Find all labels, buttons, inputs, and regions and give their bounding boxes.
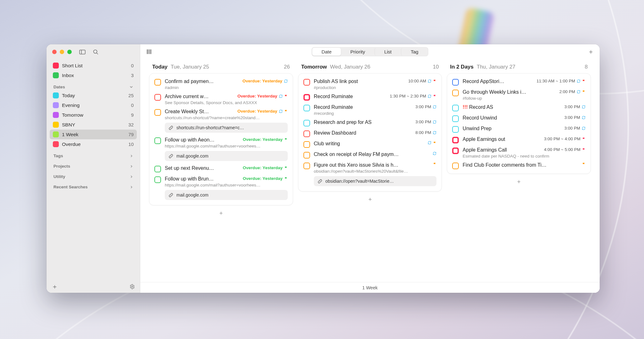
segment-tag[interactable]: Tag xyxy=(401,48,428,56)
sidebar-item-today[interactable]: Today25 xyxy=(50,91,137,100)
task-checkbox[interactable] xyxy=(154,176,161,183)
task-checkbox[interactable] xyxy=(154,94,161,101)
task-row[interactable]: Find Club Footer comments from Ti… xyxy=(449,160,589,171)
task-row[interactable]: Apple Earnings Call4:00 PM ~ 5:00 PMEsim… xyxy=(449,145,589,160)
column-add-button[interactable]: ＋ xyxy=(149,205,293,218)
task-meta: Overdue: Yesterday xyxy=(242,79,288,83)
task-checkbox[interactable] xyxy=(303,120,310,126)
task-row[interactable]: Create Weekly St…Overdue: Yesterdayshort… xyxy=(151,107,291,135)
task-row[interactable]: Review Dashboard8:00 PM xyxy=(300,128,440,139)
view-segmented-control[interactable]: DatePriorityListTag xyxy=(312,47,429,56)
task-row[interactable]: Figure out this Xero issue Silvia is h…o… xyxy=(300,160,440,189)
task-row[interactable]: Apple Earnings out3:00 PM ~ 4:00 PM xyxy=(449,135,589,145)
task-checkbox[interactable] xyxy=(303,105,310,111)
sidebar-item-evening[interactable]: Evening0 xyxy=(50,100,137,110)
task-checkbox[interactable] xyxy=(452,137,459,143)
task-row[interactable]: Record Ruminate1:30 PM ~ 2:30 PM xyxy=(300,92,440,103)
link-chip[interactable]: mail.google.com xyxy=(165,151,288,161)
sidebar-item-inbox[interactable]: Inbox3 xyxy=(50,70,137,80)
task-row[interactable]: Unwind Prep3:00 PM xyxy=(449,124,589,135)
task-row[interactable]: Record AS3:00 PM xyxy=(449,103,589,113)
sidebar-group-utility[interactable]: Utility xyxy=(50,170,137,180)
task-checkbox[interactable] xyxy=(303,163,310,169)
task-row[interactable]: Follow up with Brun…Overdue: Yesterdayht… xyxy=(151,174,291,203)
task-checkbox[interactable] xyxy=(303,94,310,101)
task-subtitle: #follow-up xyxy=(463,96,586,101)
task-checkbox[interactable] xyxy=(452,126,459,133)
toggle-sidebar-icon[interactable] xyxy=(79,50,86,54)
task-time: 11:30 AM ~ 1:00 PM xyxy=(536,79,575,83)
sidebar-item-count: 10 xyxy=(128,142,134,147)
task-row[interactable]: Check on receipt of Relay FM paym… xyxy=(300,150,440,160)
column-add-button[interactable]: ＋ xyxy=(447,174,591,186)
sidebar-item-short-list[interactable]: Short List0 xyxy=(50,61,137,70)
column-count: 26 xyxy=(284,64,290,70)
task-card: Publish AS link post10:00 AM#productionR… xyxy=(298,73,442,192)
task-body: Confirm ad paymen…Overdue: Yesterday#adm… xyxy=(165,79,288,90)
link-chip[interactable]: obsidian://open?vault=MacStorie… xyxy=(314,176,437,186)
task-row[interactable]: Set up next Revenu…Overdue: Yesterday xyxy=(151,164,291,174)
link-chip[interactable]: mail.google.com xyxy=(165,190,288,200)
task-checkbox[interactable] xyxy=(452,115,459,122)
task-checkbox[interactable] xyxy=(452,105,459,111)
task-row[interactable]: Archive current w…Overdue: YesterdaySee … xyxy=(151,92,291,107)
task-checkbox[interactable] xyxy=(452,163,459,169)
sidebar-group-dates[interactable]: Dates xyxy=(50,80,137,91)
repeat-icon xyxy=(577,79,580,83)
task-row[interactable]: Record Unwind3:00 PM xyxy=(449,113,589,124)
task-checkbox[interactable] xyxy=(452,90,459,96)
task-row[interactable]: Research and prep for AS3:00 PM xyxy=(300,118,440,128)
zoom-icon[interactable] xyxy=(67,50,72,54)
task-row[interactable]: Record AppStori…11:30 AM ~ 1:00 PM xyxy=(449,77,589,87)
task-row[interactable]: Publish AS link post10:00 AM#production xyxy=(300,77,440,92)
task-checkbox[interactable] xyxy=(154,166,161,172)
overdue-badge: Overdue: Yesterday xyxy=(243,137,283,142)
add-list-icon[interactable]: ＋ xyxy=(52,282,58,291)
sidebar-group-label: Projects xyxy=(53,164,70,169)
task-checkbox[interactable] xyxy=(303,141,310,148)
task-row[interactable]: Follow up with Aeon…Overdue: Yesterdayht… xyxy=(151,135,291,164)
task-card: Confirm ad paymen…Overdue: Yesterday#adm… xyxy=(149,73,293,205)
sidebar-item-tomorrow[interactable]: Tomorrow9 xyxy=(50,110,137,120)
task-checkbox[interactable] xyxy=(452,79,459,86)
sidebar-group-tags[interactable]: Tags xyxy=(50,149,137,159)
sidebar-group-projects[interactable]: Projects xyxy=(50,159,137,170)
flag-icon xyxy=(433,162,436,166)
task-checkbox[interactable] xyxy=(154,109,161,116)
task-checkbox[interactable] xyxy=(303,79,310,86)
segment-list[interactable]: List xyxy=(375,48,401,56)
task-checkbox[interactable] xyxy=(154,79,161,86)
task-row[interactable]: Record Ruminate3:00 PM#recording xyxy=(300,103,440,118)
segment-priority[interactable]: Priority xyxy=(341,48,375,56)
task-checkbox[interactable] xyxy=(452,147,459,154)
task-meta: 3:00 PM xyxy=(564,115,586,120)
sidebar-item-1-week[interactable]: 1 Week79 xyxy=(50,130,137,139)
task-time: 3:00 PM xyxy=(564,115,580,120)
sidebar-item-count: 0 xyxy=(131,103,134,108)
columns-icon[interactable] xyxy=(146,49,165,54)
task-meta xyxy=(582,162,586,166)
search-icon[interactable] xyxy=(93,49,98,55)
sidebar-item-overdue[interactable]: Overdue10 xyxy=(50,139,137,149)
sidebar-item-sbny[interactable]: SBNY32 xyxy=(50,120,137,130)
repeat-icon xyxy=(428,94,431,98)
task-row[interactable]: Confirm ad paymen…Overdue: Yesterday#adm… xyxy=(151,77,291,92)
app-window: Short List0Inbox3 Dates Today25Evening0T… xyxy=(47,44,600,293)
segment-date[interactable]: Date xyxy=(312,48,341,56)
window-controls xyxy=(52,50,72,54)
task-checkbox[interactable] xyxy=(154,137,161,144)
task-meta: 2:00 PM xyxy=(559,89,586,94)
sidebar-group-recent-searches[interactable]: Recent Searches xyxy=(50,180,137,191)
add-task-icon[interactable]: ＋ xyxy=(575,47,594,56)
minimize-icon[interactable] xyxy=(60,50,64,54)
link-chip[interactable]: shortcuts://run-shortcut?name=c… xyxy=(165,123,288,133)
task-checkbox[interactable] xyxy=(303,152,310,158)
task-row[interactable]: Go through Weekly Links i…2:00 PM#follow… xyxy=(449,87,589,103)
flag-icon xyxy=(284,109,288,113)
column-add-button[interactable]: ＋ xyxy=(298,192,442,204)
task-row[interactable]: Club writing xyxy=(300,139,440,150)
task-subtitle: See Sponsor Details, Sponsor Docs, and A… xyxy=(165,100,288,105)
settings-icon[interactable] xyxy=(130,284,135,289)
close-icon[interactable] xyxy=(52,50,57,54)
task-checkbox[interactable] xyxy=(303,131,310,137)
